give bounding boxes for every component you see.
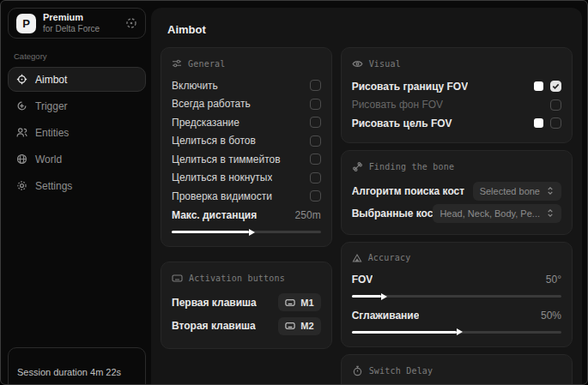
- premium-subtitle: for Delta Force: [43, 24, 100, 34]
- toggle-row: Включить: [172, 76, 321, 95]
- card-title-label: Activation buttons: [189, 274, 285, 283]
- toggle-row: Целиться в тиммейтов: [172, 150, 321, 169]
- checkbox[interactable]: [310, 190, 321, 202]
- gear-icon: [16, 180, 27, 191]
- card-title-label: Accuracy: [368, 253, 411, 262]
- visual-label: Рисовать цель FOV: [352, 117, 452, 129]
- card-title-label: Visual: [369, 59, 401, 69]
- main-panel: Aimbot General Включить: [151, 8, 582, 385]
- keybind-button-m2[interactable]: M2: [278, 317, 320, 335]
- toggle-label: Проверка видимости: [172, 190, 272, 202]
- slider-label: Макс. дистанция: [172, 209, 257, 221]
- toggle-label: Предсказание: [172, 117, 239, 129]
- premium-card: P Premium for Delta Force: [8, 8, 146, 39]
- toggle-label: Всегда работать: [172, 98, 251, 110]
- switch-delay-card: Switch Delay Задержка переключения Задер…: [341, 354, 573, 385]
- checkbox[interactable]: [550, 117, 561, 129]
- fov-target-color-swatch[interactable]: [534, 118, 543, 128]
- sidebar-item-settings[interactable]: Settings: [8, 173, 146, 198]
- toggle-row: Всегда работать: [172, 95, 321, 114]
- sidebar: P Premium for Delta Force Category Aimbo…: [8, 8, 146, 384]
- app-window: P Premium for Delta Force Category Aimbo…: [0, 0, 588, 385]
- activation-buttons-card: Activation buttons Первая клавиша M1 Вто…: [161, 262, 332, 349]
- slider-header-row: FOV 50°: [352, 271, 561, 290]
- smoothing-value: 50%: [541, 310, 561, 322]
- session-duration-box: Session duration 4m 22s: [8, 347, 146, 385]
- smoothing-label: Сглаживание: [352, 310, 420, 322]
- fov-border-color-swatch[interactable]: [534, 81, 543, 91]
- sidebar-item-label: Entities: [35, 126, 69, 138]
- toggle-row: Предсказание: [172, 113, 321, 132]
- bone-icon: [352, 161, 363, 172]
- sync-icon[interactable]: [125, 17, 137, 29]
- slider-value: 250m: [295, 209, 321, 221]
- checkbox[interactable]: [310, 153, 321, 165]
- visual-label: Рисовать границу FOV: [352, 81, 469, 93]
- globe-icon: [16, 153, 27, 165]
- users-icon: [16, 127, 27, 138]
- visual-card: Visual Рисовать границу FOV Рисовать фон…: [341, 47, 573, 143]
- premium-title: Premium: [43, 12, 100, 23]
- finding-bone-card: Finding the bone Алгоритм поиска кост Se…: [341, 150, 573, 235]
- chevron-up-down-icon: [546, 208, 555, 218]
- sidebar-item-trigger[interactable]: Trigger: [8, 93, 146, 118]
- card-title-label: General: [188, 59, 226, 69]
- fov-label: FOV: [352, 274, 373, 286]
- max-distance-slider[interactable]: [172, 227, 321, 237]
- bone-algorithm-label: Алгоритм поиска кост: [352, 185, 464, 197]
- session-duration-value: 4m 22s: [90, 367, 121, 377]
- visual-row: Рисовать фон FOV: [352, 96, 561, 115]
- fov-slider[interactable]: [352, 292, 561, 301]
- selected-bones-select[interactable]: Head, Neck, Body, Pe...: [433, 204, 561, 223]
- checkbox[interactable]: [310, 135, 321, 147]
- checkbox[interactable]: [310, 80, 321, 91]
- session-duration-label: Session duration: [17, 367, 88, 377]
- toggle-label: Включить: [172, 80, 218, 92]
- sidebar-item-label: Aimbot: [35, 73, 67, 85]
- visual-row: Рисовать цель FOV: [352, 114, 561, 133]
- keybind-label: Первая клавиша: [172, 297, 257, 309]
- sidebar-item-label: World: [35, 153, 62, 165]
- trigger-icon: [16, 100, 27, 111]
- toggle-row: Целиться в ботов: [172, 132, 321, 151]
- card-title-label: Finding the bone: [369, 162, 455, 171]
- slider-header-row: Сглаживание 50%: [352, 306, 561, 325]
- selected-bones-label: Выбранные кос: [352, 208, 433, 220]
- keybind-row: Первая клавиша M1: [172, 292, 321, 313]
- stopwatch-icon: [352, 365, 363, 376]
- eye-icon: [352, 58, 363, 69]
- sidebar-item-aimbot[interactable]: Aimbot: [8, 67, 146, 92]
- keyboard-icon: [285, 321, 295, 331]
- toggle-label: Целиться в ботов: [172, 135, 256, 147]
- bone-algorithm-select[interactable]: Selected bone: [473, 182, 561, 201]
- checkbox[interactable]: [310, 117, 321, 128]
- checkbox[interactable]: [550, 81, 561, 92]
- category-label: Category: [14, 51, 140, 61]
- sidebar-item-world[interactable]: World: [8, 147, 146, 171]
- card-title-label: Switch Delay: [369, 366, 433, 376]
- keybind-label: Вторая клавиша: [172, 320, 256, 332]
- keyboard-icon: [172, 273, 183, 284]
- toggle-label: Целиться в нокнутых: [172, 171, 272, 183]
- smoothing-slider[interactable]: [352, 328, 561, 337]
- slider-header-row: Макс. дистанция 250m: [172, 207, 321, 226]
- bone-row: Алгоритм поиска кост Selected bone: [352, 180, 561, 202]
- checkbox[interactable]: [550, 99, 561, 111]
- fov-value: 50°: [546, 274, 561, 286]
- sidebar-item-label: Settings: [35, 179, 72, 191]
- checkbox[interactable]: [310, 172, 321, 183]
- checkbox[interactable]: [310, 99, 321, 110]
- toggle-row: Целиться в нокнутых: [172, 169, 321, 188]
- sidebar-item-label: Trigger: [35, 99, 68, 111]
- toggle-row: Проверка видимости: [172, 187, 321, 206]
- keybind-button-m1[interactable]: M1: [278, 293, 320, 311]
- keybind-value: M1: [300, 298, 313, 308]
- sidebar-item-entities[interactable]: Entities: [8, 120, 146, 145]
- chevron-up-down-icon: [546, 186, 555, 196]
- triangle-icon: [352, 253, 362, 263]
- visual-label: Рисовать фон FOV: [352, 99, 443, 111]
- bone-row: Выбранные кос Head, Neck, Body, Pe...: [352, 202, 561, 225]
- general-card: General Включить Всегда работать Предска…: [161, 47, 332, 247]
- visual-row: Рисовать границу FOV: [352, 77, 561, 96]
- page-title: Aimbot: [167, 23, 573, 36]
